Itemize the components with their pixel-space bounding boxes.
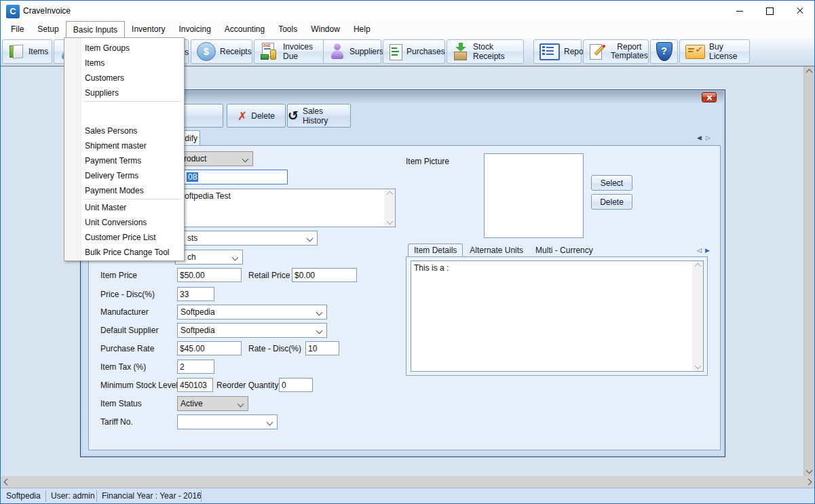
item-price-input[interactable]	[177, 268, 242, 282]
item-editor-close-button[interactable]	[702, 92, 717, 102]
title-bar: C CraveInvoice	[1, 1, 814, 21]
item-type-combo[interactable]: Product	[175, 151, 253, 166]
maximize-icon	[766, 7, 774, 15]
menu-item-sales-persons[interactable]: Sales Persons	[64, 123, 184, 138]
menu-accounting[interactable]: Accounting	[218, 21, 271, 37]
chevron-down-icon	[238, 400, 244, 407]
item-description-text: Softpedia Test	[178, 191, 381, 201]
scroll-left-button[interactable]	[1, 477, 12, 487]
menu-item-customers[interactable]: Customers	[64, 71, 184, 85]
form-tab-prev-icon[interactable]: ◀	[697, 134, 702, 141]
retail-price-input[interactable]	[292, 268, 357, 282]
picture-select-button[interactable]: Select	[591, 175, 632, 191]
item-status-combo[interactable]: Active	[177, 396, 248, 411]
menu-item-bulk-price-change-tool[interactable]: Bulk Price Change Tool	[64, 245, 184, 260]
scroll-up-icon[interactable]	[386, 191, 393, 198]
toolbar-help-button[interactable]: ?	[650, 39, 678, 64]
maximize-button[interactable]	[755, 1, 785, 21]
menu-tools[interactable]: Tools	[271, 21, 304, 37]
reorder-qty-input[interactable]	[279, 378, 313, 392]
purchase-rate-input[interactable]	[177, 341, 242, 355]
menu-setup[interactable]: Setup	[31, 21, 65, 37]
price-disc-label: Price - Disc(%)	[100, 290, 155, 299]
picture-delete-label: Delete	[600, 197, 624, 207]
menu-inventory[interactable]: Inventory	[125, 21, 172, 37]
menu-item-delivery-terms[interactable]: Delivery Terms	[64, 168, 184, 183]
item-details-text-input[interactable]: This is a :	[411, 260, 704, 372]
toolbar-purchases-button[interactable]: Purchases	[383, 39, 445, 64]
chevron-down-icon	[307, 235, 314, 241]
delete-item-button[interactable]: ✗ Delete	[227, 104, 286, 128]
toolbar-stock-receipts-button[interactable]: Stock Receipts	[447, 39, 524, 64]
menu-item-unit-master[interactable]: Unit Master	[64, 200, 184, 215]
item-description-input[interactable]: Softpedia Test	[175, 189, 396, 227]
scroll-down-button[interactable]	[804, 465, 814, 476]
menu-item-suppliers[interactable]: Suppliers	[64, 85, 184, 100]
tab-alternate-units[interactable]: Alternate Units	[464, 244, 529, 257]
minimize-button[interactable]	[724, 1, 755, 21]
stock-receipts-box-icon	[453, 43, 469, 61]
details-tab-prev-icon[interactable]: ◁	[697, 247, 702, 254]
scroll-right-button[interactable]	[803, 477, 814, 487]
close-button[interactable]	[784, 1, 815, 21]
min-stock-input[interactable]	[177, 378, 213, 392]
item-code-input[interactable]: 08	[175, 170, 288, 185]
default-supplier-value: Softpedia	[181, 326, 215, 335]
menu-item-item-groups[interactable]: Item Groups	[64, 41, 184, 56]
toolbar-items-button[interactable]: Items	[2, 39, 52, 64]
rate-disc-label: Rate - Disc(%)	[248, 344, 301, 353]
menu-basic-inputs[interactable]: Basic Inputs	[66, 21, 125, 37]
menu-help[interactable]: Help	[347, 21, 377, 37]
item-tax-input[interactable]	[177, 360, 214, 374]
menu-item-payment-terms[interactable]: Payment Terms	[64, 153, 184, 168]
item-details-text: This is a :	[414, 263, 689, 273]
scroll-down-icon[interactable]	[694, 363, 701, 370]
default-supplier-combo[interactable]: Softpedia	[177, 323, 327, 338]
item-details-scrollbar[interactable]	[692, 261, 703, 371]
description-scrollbar[interactable]	[384, 189, 395, 227]
mdi-horizontal-scrollbar[interactable]	[1, 476, 814, 488]
item-group-combo[interactable]: sts	[175, 231, 318, 246]
sales-history-label: Sales History	[303, 106, 350, 125]
price-disc-input[interactable]	[177, 287, 214, 301]
rate-disc-input[interactable]	[305, 341, 339, 355]
delete-x-icon: ✗	[238, 109, 247, 123]
toolbar-invoices-due-button[interactable]: DUE Invoices Due	[254, 39, 333, 64]
toolbar-reports-button[interactable]: Reports	[533, 39, 582, 64]
details-tab-next-icon[interactable]: ▶	[705, 247, 710, 254]
menu-item-customer-price-list[interactable]: Customer Price List	[64, 230, 184, 245]
scroll-up-button[interactable]	[804, 66, 814, 78]
scroll-up-icon[interactable]	[694, 263, 701, 270]
form-tab-next-icon[interactable]: ▷	[706, 134, 710, 141]
item-status-value: Active	[181, 399, 203, 408]
toolbar-items-label: Items	[29, 47, 48, 56]
tariff-no-label: Tariff No.	[100, 417, 133, 427]
scroll-down-icon[interactable]	[386, 218, 393, 225]
picture-delete-button[interactable]: Delete	[591, 194, 632, 210]
tab-item-details[interactable]: Item Details	[408, 244, 463, 257]
toolbar-report-templates-button[interactable]: Report Templates	[583, 39, 649, 64]
mdi-vertical-scrollbar[interactable]	[803, 66, 814, 476]
unit-combo[interactable]: ch	[175, 250, 243, 265]
menu-item-unit-conversions[interactable]: Unit Conversions	[64, 215, 184, 230]
item-details-panel: This is a :	[406, 256, 708, 376]
menu-file[interactable]: File	[4, 21, 31, 37]
tab-multi-currency[interactable]: Multi - Currency	[530, 244, 599, 257]
toolbar-suppliers-button[interactable]: Suppliers	[323, 39, 381, 64]
basic-inputs-dropdown-menu: Item Groups Items Customers Suppliers Sa…	[64, 37, 185, 261]
reports-list-icon	[539, 43, 560, 60]
toolbar-receipts-label: Receipts	[220, 47, 252, 56]
menu-window[interactable]: Window	[304, 21, 347, 37]
menu-invoicing[interactable]: Invoicing	[172, 21, 217, 37]
tariff-no-combo[interactable]	[177, 414, 278, 429]
menu-item-payment-modes[interactable]: Payment Modes	[64, 183, 184, 198]
item-picture-label: Item Picture	[406, 157, 449, 166]
sales-history-button[interactable]: ↺ Sales History	[287, 104, 351, 128]
toolbar-receipts-button[interactable]: $ Receipts	[191, 39, 252, 64]
manufacturer-combo[interactable]: Softpedia	[177, 305, 327, 319]
menu-item-items[interactable]: Items	[64, 56, 184, 71]
toolbar-buy-license-button[interactable]: ✓ Buy License	[679, 39, 750, 64]
status-bar: Softpedia User: admin Financial Year : Y…	[1, 488, 814, 503]
menu-item-shipment-master[interactable]: Shipment master	[64, 138, 184, 153]
item-status-label: Item Status	[100, 399, 142, 408]
